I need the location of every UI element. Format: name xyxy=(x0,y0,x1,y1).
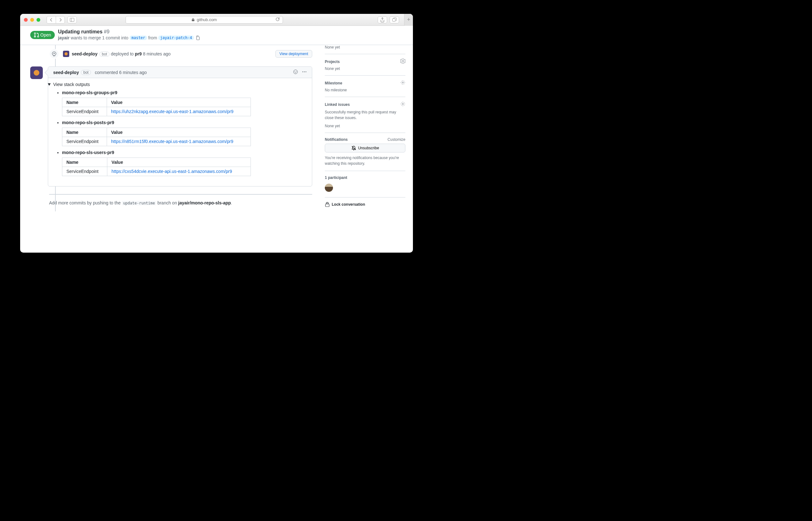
stack-outputs-table: NameValue ServiceEndpointhttps://cxs54dc… xyxy=(62,158,251,176)
output-link[interactable]: https://uhz2nkzapg.execute-api.us-east-1… xyxy=(111,109,234,114)
bot-avatar[interactable] xyxy=(30,66,43,79)
pr-subtitle: jayair wants to merge 1 commit into mast… xyxy=(58,35,200,40)
window-minimize[interactable] xyxy=(30,18,34,22)
pr-number: #9 xyxy=(104,29,110,34)
stack-item: mono-repo-sls-groups-pr9 NameValue Servi… xyxy=(62,90,307,116)
window-close[interactable] xyxy=(24,18,28,22)
participants-section: 1 participant xyxy=(325,171,405,198)
output-name: ServiceEndpoint xyxy=(62,137,107,146)
kebab-icon xyxy=(302,69,307,74)
linked-value: None yet xyxy=(325,124,405,128)
svg-point-7 xyxy=(303,71,303,72)
deployed-prefix: deployed to xyxy=(111,51,134,56)
forward-button[interactable] xyxy=(56,16,65,23)
emoji-reaction-button[interactable] xyxy=(293,69,298,75)
hint-repo: jayair/mono-repo-sls-app xyxy=(178,200,231,205)
linked-label[interactable]: Linked issues xyxy=(325,103,350,107)
comment-time[interactable]: 6 minutes ago xyxy=(119,70,147,75)
bot-badge: bot xyxy=(99,52,110,57)
stack-outputs-table: NameValue ServiceEndpointhttps://uhz2nkz… xyxy=(62,98,251,116)
pr-author[interactable]: jayair xyxy=(58,35,70,40)
traffic-lights xyxy=(24,18,40,22)
output-name: ServiceEndpoint xyxy=(62,167,107,176)
svg-point-10 xyxy=(402,82,404,83)
gear-button[interactable] xyxy=(400,101,405,107)
hint-suffix: . xyxy=(231,200,232,205)
window-maximize[interactable] xyxy=(37,18,40,22)
stack-name: mono-repo-sls-groups-pr9 xyxy=(62,90,307,95)
chevron-right-icon xyxy=(58,17,63,22)
share-icon xyxy=(380,17,385,22)
svg-rect-2 xyxy=(392,19,395,21)
comment-actor[interactable]: seed-deploy xyxy=(53,70,79,75)
milestone-section: Milestone No milestone xyxy=(325,75,405,97)
view-deployment-button[interactable]: View deployment xyxy=(276,50,312,58)
lock-label: Lock conversation xyxy=(332,202,365,207)
hint-branch: update-runtime xyxy=(122,201,156,205)
projects-section: Projects None yet xyxy=(325,54,405,75)
lock-conversation[interactable]: Lock conversation xyxy=(325,198,405,211)
svg-rect-3 xyxy=(197,37,199,40)
address-bar[interactable]: github.com xyxy=(125,16,283,24)
assignees-section: None yet xyxy=(325,45,405,54)
bell-slash-icon xyxy=(351,145,356,151)
output-link[interactable]: https://cxs54dcvie.execute-api.us-east-1… xyxy=(112,169,232,174)
pr-merge-phrase-1: wants to merge 1 commit into xyxy=(71,35,128,40)
timeline: seed-deploy bot deployed to pr9 8 minute… xyxy=(30,45,320,211)
back-button[interactable] xyxy=(47,16,56,23)
col-value: Value xyxy=(107,158,251,167)
pr-merge-phrase-2: from xyxy=(148,35,157,40)
share-button[interactable] xyxy=(378,16,387,23)
output-name: ServiceEndpoint xyxy=(62,107,107,116)
reload-icon xyxy=(275,17,280,22)
unsubscribe-button[interactable]: Unsubscribe xyxy=(325,144,405,153)
unsubscribe-label: Unsubscribe xyxy=(358,146,379,150)
col-name: Name xyxy=(62,98,107,107)
head-branch-chip[interactable]: jayair-patch-4 xyxy=(158,36,194,40)
git-pull-request-icon xyxy=(34,32,39,38)
rocket-badge xyxy=(49,49,59,59)
copy-icon xyxy=(195,35,200,40)
stack-outputs-details: View stack outputs mono-repo-sls-groups-… xyxy=(53,82,307,176)
hint-middle: branch on xyxy=(158,200,177,205)
participant-avatar[interactable] xyxy=(325,184,333,192)
deploy-target: pr9 xyxy=(135,51,142,56)
projects-label[interactable]: Projects xyxy=(325,60,340,64)
milestone-label[interactable]: Milestone xyxy=(325,81,342,85)
customize-link[interactable]: Customize xyxy=(387,137,405,142)
pr-state-badge: Open xyxy=(30,31,55,39)
sidebar-icon xyxy=(70,17,75,22)
svg-point-8 xyxy=(304,71,305,72)
gear-button[interactable] xyxy=(400,80,405,86)
lock-icon xyxy=(325,202,330,207)
smile-icon xyxy=(293,69,298,74)
bot-badge: bot xyxy=(81,70,91,75)
stack-item: mono-repo-sls-posts-pr9 NameValue Servic… xyxy=(62,120,307,146)
kebab-menu-button[interactable] xyxy=(302,69,307,75)
comment-header: seed-deploy bot commented 6 minutes ago xyxy=(48,67,312,78)
bot-avatar-small[interactable] xyxy=(63,51,69,57)
new-tab-button[interactable]: + xyxy=(404,14,413,26)
output-link[interactable]: https://n851rm15f0.execute-api.us-east-1… xyxy=(111,139,233,144)
stack-item: mono-repo-sls-users-pr9 NameValue Servic… xyxy=(62,150,307,176)
svg-point-5 xyxy=(294,71,295,72)
sidebar-toggle[interactable] xyxy=(67,16,77,23)
notif-desc: You're receiving notifications because y… xyxy=(325,155,405,166)
base-branch-chip[interactable]: master xyxy=(130,36,147,40)
titlebar: github.com + xyxy=(20,14,413,26)
svg-point-11 xyxy=(402,103,404,105)
reload-button[interactable] xyxy=(275,17,280,23)
gear-button[interactable] xyxy=(400,59,405,65)
pr-title[interactable]: Updating runtimes xyxy=(58,29,102,34)
stack-name: mono-repo-sls-posts-pr9 xyxy=(62,120,307,125)
gear-icon xyxy=(400,101,405,107)
tabs-button[interactable] xyxy=(390,16,399,23)
copy-branch-button[interactable] xyxy=(195,35,200,40)
more-commits-hint: Add more commits by pushing to the updat… xyxy=(49,194,312,205)
nav-buttons xyxy=(47,16,65,24)
stack-outputs-summary[interactable]: View stack outputs xyxy=(53,82,307,87)
commented-label: commented xyxy=(95,70,118,75)
notifications-label: Notifications xyxy=(325,137,348,142)
event-actor[interactable]: seed-deploy xyxy=(72,51,98,56)
pr-state-text: Open xyxy=(40,32,51,38)
